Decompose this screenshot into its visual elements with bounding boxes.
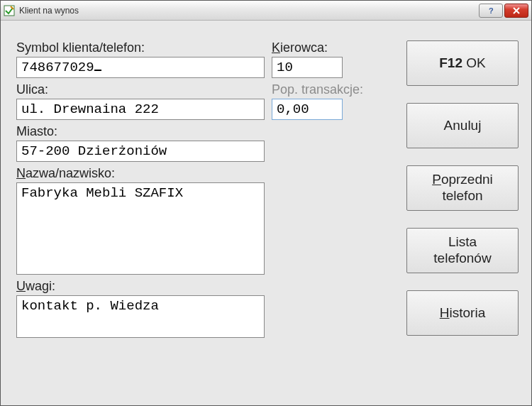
poprzedni-line1: Poprzedni (432, 172, 493, 188)
ulica-label: Ulica: (16, 82, 265, 97)
right-column: F12 OK Anuluj Poprzedni telefon Lista te… (406, 40, 519, 390)
left-column: Symbol klienta/telefon: 748677029 Ulica:… (16, 40, 265, 390)
help-button[interactable]: ? (479, 4, 503, 18)
ulica-input[interactable] (16, 99, 265, 120)
uwagi-label-text: wagi: (26, 279, 55, 293)
content-area: Symbol klienta/telefon: 748677029 Ulica:… (1, 21, 531, 405)
historia-button[interactable]: Historia (406, 290, 519, 336)
uwagi-textarea[interactable] (16, 295, 265, 338)
poprzedni-mnemonic: P (432, 172, 441, 187)
lista-line2: telefonów (433, 251, 491, 267)
historia-label: Historia (440, 305, 485, 322)
kierowca-label-text: ierowca: (280, 40, 328, 55)
ok-rest: OK (462, 55, 486, 70)
ok-bold: F12 (439, 55, 462, 70)
anuluj-label: Anuluj (444, 118, 482, 134)
lista-line1: Lista (448, 234, 477, 251)
app-icon (4, 5, 15, 16)
kierowca-mnemonic: K (272, 40, 280, 55)
close-button[interactable] (504, 4, 528, 18)
historia-post: istoria (450, 305, 486, 320)
titlebar-buttons: ? (477, 4, 528, 18)
anuluj-button[interactable]: Anuluj (406, 103, 519, 148)
text-cursor (94, 70, 101, 71)
window-title: Klient na wynos (19, 6, 477, 16)
poprzedni-mid: oprzedni (441, 172, 493, 187)
nazwa-textarea[interactable] (16, 182, 265, 275)
uwagi-mnemonic: U (16, 279, 26, 293)
window: Klient na wynos ? Symbol klienta/telefon… (0, 0, 532, 406)
symbol-value: 748677029 (21, 60, 94, 75)
historia-mnemonic: H (440, 305, 450, 320)
uwagi-label: Uwagi: (16, 279, 265, 294)
ok-button-label: F12 OK (439, 55, 485, 72)
nazwa-label: Nazwa/nazwisko: (16, 166, 265, 181)
titlebar: Klient na wynos ? (1, 1, 531, 21)
miasto-input[interactable] (16, 141, 265, 162)
nazwa-label-text: azwa/nazwisko: (26, 166, 115, 180)
ok-button[interactable]: F12 OK (406, 40, 519, 86)
symbol-input[interactable]: 748677029 (16, 57, 265, 78)
symbol-label: Symbol klienta/telefon: (16, 40, 265, 55)
pop-transakcje-box: 0,00 (272, 99, 343, 120)
svg-text:?: ? (489, 6, 494, 15)
kierowca-label: Kierowca: (272, 40, 406, 55)
poprzedni-line2: telefon (442, 188, 482, 204)
poprzedni-telefon-button[interactable]: Poprzedni telefon (406, 165, 519, 211)
kierowca-input[interactable] (272, 57, 343, 78)
lista-telefonow-button[interactable]: Lista telefonów (406, 228, 519, 273)
nazwa-mnemonic: N (16, 166, 26, 180)
pop-label: Pop. transakcje: (272, 82, 406, 97)
miasto-label: Miasto: (16, 124, 265, 139)
middle-column: Kierowca: Pop. transakcje: 0,00 (272, 40, 406, 390)
